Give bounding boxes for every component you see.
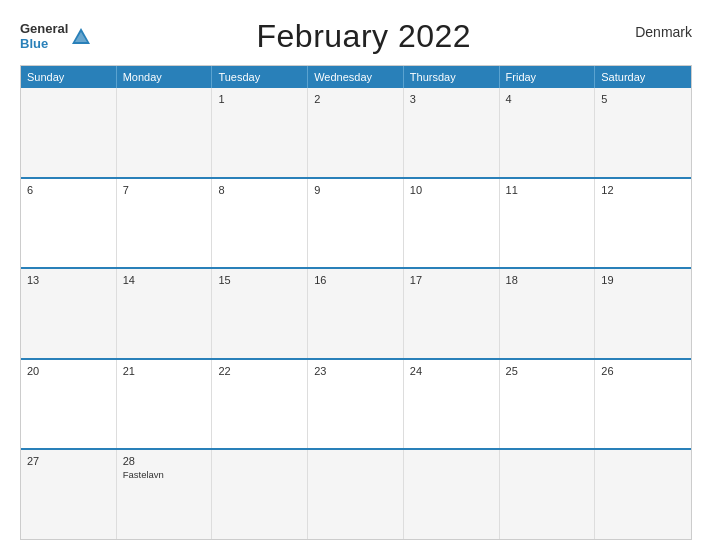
cell-feb-13: 13: [21, 269, 117, 358]
dow-wednesday: Wednesday: [308, 66, 404, 88]
cell-feb-8: 8: [212, 179, 308, 268]
day-7: 7: [123, 184, 206, 196]
week-3: 13 14 15 16 17 18 19: [21, 267, 691, 358]
day-9: 9: [314, 184, 397, 196]
cell-feb-26: 26: [595, 360, 691, 449]
dow-sunday: Sunday: [21, 66, 117, 88]
calendar-grid: Sunday Monday Tuesday Wednesday Thursday…: [20, 65, 692, 540]
calendar-header: Sunday Monday Tuesday Wednesday Thursday…: [21, 66, 691, 88]
dow-saturday: Saturday: [595, 66, 691, 88]
dow-thursday: Thursday: [404, 66, 500, 88]
day-23: 23: [314, 365, 397, 377]
cell-feb-4: 4: [500, 88, 596, 177]
cell-feb-15: 15: [212, 269, 308, 358]
cell-empty-w5-5: [404, 450, 500, 539]
day-18: 18: [506, 274, 589, 286]
cell-feb-12: 12: [595, 179, 691, 268]
day-5: 5: [601, 93, 685, 105]
cell-empty-w5-6: [500, 450, 596, 539]
cell-feb-5: 5: [595, 88, 691, 177]
event-fastelavn: Fastelavn: [123, 469, 206, 480]
cell-feb-11: 11: [500, 179, 596, 268]
day-13: 13: [27, 274, 110, 286]
cell-empty-w5-3: [212, 450, 308, 539]
day-26: 26: [601, 365, 685, 377]
country-label: Denmark: [635, 18, 692, 40]
cell-empty-1: [21, 88, 117, 177]
cell-feb-24: 24: [404, 360, 500, 449]
week-1: 1 2 3 4 5: [21, 88, 691, 177]
day-17: 17: [410, 274, 493, 286]
day-24: 24: [410, 365, 493, 377]
page-header: General Blue February 2022 Denmark: [20, 18, 692, 55]
day-4: 4: [506, 93, 589, 105]
logo-blue-text: Blue: [20, 37, 68, 51]
dow-tuesday: Tuesday: [212, 66, 308, 88]
day-21: 21: [123, 365, 206, 377]
cell-feb-17: 17: [404, 269, 500, 358]
day-12: 12: [601, 184, 685, 196]
day-3: 3: [410, 93, 493, 105]
day-6: 6: [27, 184, 110, 196]
day-1: 1: [218, 93, 301, 105]
cell-feb-28: 28 Fastelavn: [117, 450, 213, 539]
cell-feb-3: 3: [404, 88, 500, 177]
day-28: 28: [123, 455, 206, 467]
day-8: 8: [218, 184, 301, 196]
cell-feb-21: 21: [117, 360, 213, 449]
cell-feb-14: 14: [117, 269, 213, 358]
cell-feb-27: 27: [21, 450, 117, 539]
cell-feb-22: 22: [212, 360, 308, 449]
week-4: 20 21 22 23 24 25 26: [21, 358, 691, 449]
cell-empty-w5-4: [308, 450, 404, 539]
cell-feb-20: 20: [21, 360, 117, 449]
day-2: 2: [314, 93, 397, 105]
logo-icon: [70, 26, 92, 48]
logo-general-text: General: [20, 22, 68, 36]
day-27: 27: [27, 455, 110, 467]
week-2: 6 7 8 9 10 11 12: [21, 177, 691, 268]
cell-feb-25: 25: [500, 360, 596, 449]
calendar-title: February 2022: [257, 18, 472, 55]
day-16: 16: [314, 274, 397, 286]
cell-feb-9: 9: [308, 179, 404, 268]
day-19: 19: [601, 274, 685, 286]
cell-empty-w5-7: [595, 450, 691, 539]
cell-feb-7: 7: [117, 179, 213, 268]
day-10: 10: [410, 184, 493, 196]
day-25: 25: [506, 365, 589, 377]
day-14: 14: [123, 274, 206, 286]
cell-feb-1: 1: [212, 88, 308, 177]
cell-feb-23: 23: [308, 360, 404, 449]
day-20: 20: [27, 365, 110, 377]
cell-feb-6: 6: [21, 179, 117, 268]
cell-empty-2: [117, 88, 213, 177]
calendar-page: General Blue February 2022 Denmark Sunda…: [0, 0, 712, 550]
calendar-body: 1 2 3 4 5 6: [21, 88, 691, 539]
week-5: 27 28 Fastelavn: [21, 448, 691, 539]
cell-feb-19: 19: [595, 269, 691, 358]
dow-monday: Monday: [117, 66, 213, 88]
dow-friday: Friday: [500, 66, 596, 88]
day-22: 22: [218, 365, 301, 377]
logo: General Blue: [20, 22, 92, 51]
day-11: 11: [506, 184, 589, 196]
cell-feb-18: 18: [500, 269, 596, 358]
day-15: 15: [218, 274, 301, 286]
cell-feb-2: 2: [308, 88, 404, 177]
cell-feb-16: 16: [308, 269, 404, 358]
cell-feb-10: 10: [404, 179, 500, 268]
